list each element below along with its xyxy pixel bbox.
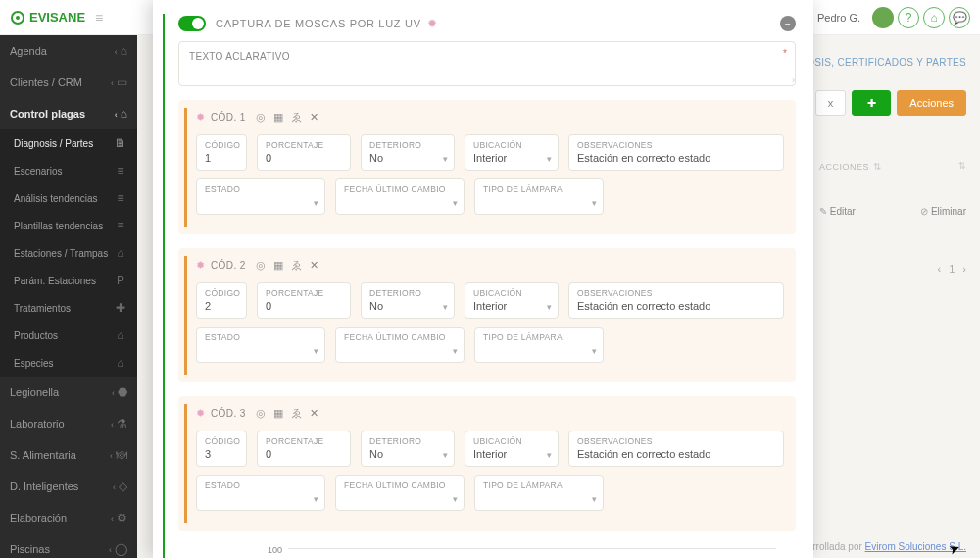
enable-toggle[interactable] bbox=[178, 16, 206, 31]
avatar[interactable] bbox=[872, 7, 894, 28]
delete-icon[interactable]: ✕ bbox=[310, 111, 318, 124]
sidebar-item-d-inteligentes[interactable]: D. Inteligentes‹ ◇ bbox=[0, 471, 137, 502]
rss-icon[interactable]: ゑ bbox=[291, 110, 302, 125]
sidebar-item-control-plagas[interactable]: Control plagas ‹ ⌂ bbox=[0, 98, 137, 129]
required-icon: * bbox=[783, 48, 787, 59]
deterioro-select[interactable]: DETERIORONo bbox=[361, 431, 455, 467]
help-icon[interactable]: ? bbox=[898, 7, 919, 28]
view-icon[interactable]: ◎ bbox=[256, 259, 266, 272]
sidebar-item-escenarios[interactable]: Escenarios≡ bbox=[0, 157, 137, 184]
porcentaje-field[interactable]: PORCENTAJE0 bbox=[257, 431, 351, 467]
porcentaje-field[interactable]: PORCENTAJE0 bbox=[257, 134, 351, 171]
sidebar-item-elaboracion[interactable]: Elaboración‹ ⚙ bbox=[0, 502, 137, 533]
sidebar-item-diagnosis-partes[interactable]: Diagnosis / Partes🗎 bbox=[0, 129, 137, 157]
list-icon: ≡ bbox=[114, 164, 127, 178]
grid-icon[interactable]: ▦ bbox=[273, 259, 283, 272]
lampara-select[interactable]: TIPO DE LÁMPARA bbox=[474, 475, 604, 511]
deterioro-select[interactable]: DETERIORONo bbox=[361, 282, 455, 319]
chart-grid: 65 bbox=[288, 548, 776, 558]
delete-icon[interactable]: ✕ bbox=[310, 259, 318, 272]
sidebar-item-clientes[interactable]: Clientes / CRM ‹ ▭ bbox=[0, 67, 137, 98]
acciones-button[interactable]: Acciones bbox=[897, 90, 966, 116]
sidebar: Agenda ‹ ⌂ Clientes / CRM ‹ ▭ Control pl… bbox=[0, 35, 137, 558]
grid-icon[interactable]: ▦ bbox=[273, 111, 283, 124]
add-button[interactable]: ✚ bbox=[852, 90, 891, 116]
ubicacion-select[interactable]: UBICACIÓNInterior bbox=[465, 134, 559, 171]
codigo-field[interactable]: CÓDIGO2 bbox=[196, 282, 247, 319]
sidebar-item-especies[interactable]: Especies⌂ bbox=[0, 349, 137, 377]
codigo-field[interactable]: CÓDIGO3 bbox=[196, 431, 247, 467]
menu-toggle-icon[interactable]: ≡ bbox=[95, 10, 103, 25]
sidebar-item-label: Agenda bbox=[10, 45, 47, 57]
view-icon[interactable]: ◎ bbox=[256, 111, 266, 124]
sidebar-item-estaciones-trampas[interactable]: Estaciones / Trampas⌂ bbox=[0, 239, 137, 267]
list-icon: ≡ bbox=[114, 219, 127, 232]
panel-header: CAPTURA DE MOSCAS POR LUZ UV ✹ − bbox=[178, 16, 796, 31]
lampara-select[interactable]: TIPO DE LÁMPARA bbox=[474, 327, 604, 363]
clarifying-text-field[interactable]: TEXTO ACLARATIVO * ⌟ bbox=[178, 41, 796, 86]
ubicacion-select[interactable]: UBICACIÓNInterior bbox=[465, 282, 559, 319]
sidebar-item-analisis-tendencias[interactable]: Análisis tendencias≡ bbox=[0, 184, 137, 212]
row-edit[interactable]: Editar bbox=[819, 206, 856, 217]
kit-icon: ✚ bbox=[114, 301, 127, 315]
estado-select[interactable]: ESTADO bbox=[196, 327, 325, 363]
home-icon: ⌂ bbox=[121, 44, 127, 58]
sidebar-item-plantillas-tendencias[interactable]: Plantillas tendencias≡ bbox=[0, 212, 137, 239]
lampara-select[interactable]: TIPO DE LÁMPARA bbox=[474, 178, 604, 215]
bug-icon: ✹ bbox=[427, 17, 437, 30]
delete-icon[interactable]: ✕ bbox=[310, 407, 318, 420]
deterioro-select[interactable]: DETERIORONo bbox=[361, 134, 455, 171]
fecha-select[interactable]: FECHA ÚLTIMO CAMBIO bbox=[335, 178, 465, 215]
sidebar-item-param-estaciones[interactable]: Parám. EstacionesP bbox=[0, 267, 137, 294]
sidebar-item-piscinas[interactable]: Piscinas‹ ◯ bbox=[0, 533, 137, 558]
resize-handle-icon[interactable]: ⌟ bbox=[786, 74, 796, 83]
sidebar-item-tratamientos[interactable]: Tratamientos✚ bbox=[0, 294, 137, 322]
close-pill[interactable]: x bbox=[815, 90, 847, 116]
home-icon[interactable]: ⌂ bbox=[923, 7, 945, 28]
pager-next[interactable]: › bbox=[962, 263, 966, 275]
sidebar-item-productos[interactable]: Productos⌂ bbox=[0, 322, 137, 349]
trap-icon: ⌂ bbox=[114, 246, 127, 260]
sidebar-item-s-alimentaria[interactable]: S. Alimentaria‹ 🍽 bbox=[0, 439, 137, 471]
user-name[interactable]: Pedro G. bbox=[817, 12, 860, 24]
observaciones-field[interactable]: OBSERVACIONESEstación en correcto estado bbox=[568, 134, 784, 171]
pager-prev[interactable]: ‹ bbox=[938, 263, 942, 275]
list-icon: ≡ bbox=[114, 191, 127, 205]
observaciones-field[interactable]: OBSERVACIONESEstación en correcto estado bbox=[568, 282, 784, 319]
panel-collapse-icon[interactable]: − bbox=[780, 16, 796, 31]
fecha-select[interactable]: FECHA ÚLTIMO CAMBIO bbox=[335, 475, 465, 511]
sidebar-item-laboratorio[interactable]: Laboratorio‹ ⚗ bbox=[0, 408, 137, 439]
codigo-field[interactable]: CÓDIGO1 bbox=[196, 134, 247, 171]
sidebar-item-legionella[interactable]: Legionella‹ ⬣ bbox=[0, 377, 137, 408]
station-block: ✹ CÓD. 3 ◎ ▦ ゑ ✕ CÓDIGO3 PORCENTAJE0 DET… bbox=[178, 396, 796, 531]
grid-icon[interactable]: ▦ bbox=[273, 407, 283, 420]
estado-select[interactable]: ESTADO bbox=[196, 475, 325, 511]
station-header: ✹ CÓD. 3 ◎ ▦ ゑ ✕ bbox=[196, 406, 784, 421]
food-icon: 🍽 bbox=[116, 448, 127, 462]
fecha-select[interactable]: FECHA ÚLTIMO CAMBIO bbox=[335, 327, 465, 363]
station-header: ✹ CÓD. 1 ◎ ▦ ゑ ✕ bbox=[196, 110, 784, 125]
panel-title: CAPTURA DE MOSCAS POR LUZ UV bbox=[216, 18, 421, 29]
drop-icon: ⬣ bbox=[118, 385, 127, 399]
sidebar-item-label: Parám. Estaciones bbox=[14, 276, 96, 286]
estado-select[interactable]: ESTADO bbox=[196, 178, 325, 215]
sidebar-item-agenda[interactable]: Agenda ‹ ⌂ bbox=[0, 35, 137, 67]
view-icon[interactable]: ◎ bbox=[256, 407, 266, 420]
observaciones-field[interactable]: OBSERVACIONESEstación en correcto estado bbox=[568, 431, 784, 467]
chat-icon[interactable]: 💬 bbox=[949, 7, 970, 28]
ubicacion-select[interactable]: UBICACIÓNInterior bbox=[465, 431, 559, 467]
rss-icon[interactable]: ゑ bbox=[291, 406, 302, 421]
sort-icon[interactable]: ⇅ bbox=[958, 161, 967, 172]
page-toolbar: x ✚ Acciones bbox=[815, 90, 966, 116]
col-acciones[interactable]: ACCIONES bbox=[819, 161, 882, 172]
bug-icon: ✹ bbox=[196, 259, 205, 272]
brand-logo[interactable]: EVISANE bbox=[10, 10, 85, 25]
box-icon: ⌂ bbox=[114, 329, 127, 342]
sidebar-subgroup-control-plagas: Diagnosis / Partes🗎 Escenarios≡ Análisis… bbox=[0, 129, 137, 377]
rss-icon[interactable]: ゑ bbox=[291, 258, 302, 273]
modal-panel: CAPTURA DE MOSCAS POR LUZ UV ✹ − TEXTO A… bbox=[153, 0, 813, 558]
row-delete[interactable]: Eliminar bbox=[920, 206, 966, 217]
station-block: ✹ CÓD. 1 ◎ ▦ ゑ ✕ CÓDIGO1 PORCENTAJE0 DET… bbox=[178, 100, 796, 234]
sidebar-item-label: Laboratorio bbox=[10, 418, 65, 430]
porcentaje-field[interactable]: PORCENTAJE0 bbox=[257, 282, 351, 319]
